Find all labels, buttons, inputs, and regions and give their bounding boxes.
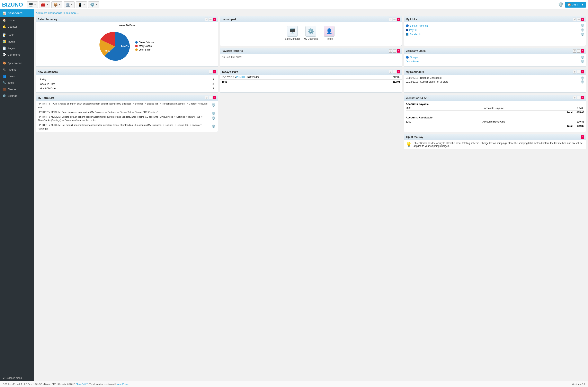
toolbar-btn-bank[interactable]: 🏛️▼ bbox=[64, 1, 75, 8]
reminders-minimize-btn[interactable]: — bbox=[577, 70, 580, 73]
pie-chart: 25% 62.5% bbox=[98, 30, 131, 63]
estore-trash-icon[interactable]: 🗑️ bbox=[581, 60, 584, 63]
reminders-refresh-btn[interactable]: ↺ bbox=[573, 70, 576, 73]
widget-header-new-customers: New Customers — ✕ bbox=[36, 69, 218, 75]
facebook-link[interactable]: 📘 Facebook bbox=[406, 33, 421, 36]
sidebar-item-pages[interactable]: 📄 Pages bbox=[0, 45, 34, 51]
company-links-close-btn[interactable]: ✕ bbox=[581, 49, 584, 53]
company-links-minimize-btn[interactable]: — bbox=[577, 49, 580, 53]
company-links-widget: Company Links ↺ — ✕ 🔵 Google 🗑️ bbox=[404, 48, 586, 67]
fav-reports-minimize-btn[interactable]: — bbox=[393, 49, 396, 53]
estore-label: Our e-Store bbox=[406, 60, 419, 63]
po-link[interactable]: PO5001 bbox=[236, 76, 245, 79]
main-layout: 📊 Dashboard 🏠 Home 🔔 Updates 📝 Posts 🖼️ … bbox=[0, 9, 588, 381]
sidebar-label-comments: Comments bbox=[8, 53, 21, 56]
phreesoft-link[interactable]: PhreeSoft™ bbox=[76, 383, 88, 385]
sidebar-item-settings[interactable]: ⚙️ Settings bbox=[0, 92, 34, 99]
sidebar-item-users[interactable]: 👥 Users bbox=[0, 73, 34, 79]
dashboard-icon: 📊 bbox=[2, 11, 6, 15]
pos-refresh-btn[interactable]: ↺ bbox=[389, 70, 392, 73]
collapse-menu-button[interactable]: ◀ Collapse menu bbox=[0, 375, 34, 381]
launchpad-close-btn[interactable]: ✕ bbox=[397, 18, 400, 21]
todo-close-btn[interactable]: ✕ bbox=[213, 96, 216, 100]
sidebar-item-comments[interactable]: 💬 Comments bbox=[0, 51, 34, 58]
bank-of-america-link[interactable]: 🔵 Bank of America bbox=[406, 24, 428, 27]
todo-trash-3[interactable]: 🗑️ bbox=[212, 116, 215, 120]
company-links-title: Company Links bbox=[406, 49, 573, 52]
sidebar-item-plugins[interactable]: 🔌 Plugins bbox=[0, 66, 34, 73]
toolbar-btn-toolbox[interactable]: 🧰▼ bbox=[39, 1, 50, 8]
new-customers-body: Today 3 Week To Date 3 Month To Date 3 bbox=[36, 75, 218, 92]
google-trash-icon[interactable]: 🗑️ bbox=[581, 56, 584, 59]
sidebar-item-posts[interactable]: 📝 Posts bbox=[0, 32, 34, 38]
sidebar-item-home[interactable]: 🏠 Home bbox=[0, 17, 34, 23]
sales-close-btn[interactable]: ✕ bbox=[213, 18, 216, 21]
my-links-close-btn[interactable]: ✕ bbox=[581, 18, 584, 21]
pages-icon: 📄 bbox=[2, 46, 6, 50]
todo-minimize-btn[interactable]: — bbox=[209, 96, 212, 100]
launchpad-item-my-business[interactable]: ⚙️ My Business bbox=[303, 26, 319, 40]
add-dashboards-link[interactable]: Add more dashboards to this menu.. bbox=[36, 11, 586, 15]
reminder-trash-2[interactable]: 🗑️ bbox=[581, 80, 584, 83]
link-item-bank-of-america: 🔵 Bank of America 🗑️ bbox=[406, 23, 584, 28]
paypal-link[interactable]: 🅿 PayPal bbox=[406, 29, 417, 32]
widget-header-my-reminders: My Reminders ↺ — ✕ bbox=[404, 69, 586, 75]
sales-refresh-btn[interactable]: ↺ bbox=[205, 18, 208, 21]
link-item-paypal: 🅿 PayPal 🗑️ bbox=[406, 28, 584, 32]
toolbar-btn-settings[interactable]: ⚙️▼ bbox=[88, 1, 99, 8]
launchpad-item-sale-manager[interactable]: 🖥️ Sale Manager bbox=[284, 26, 300, 40]
launchpad-refresh-btn[interactable]: ↺ bbox=[389, 18, 392, 21]
launchpad-minimize-btn[interactable]: — bbox=[393, 18, 396, 21]
google-link[interactable]: 🔵 Google bbox=[406, 56, 418, 59]
reminders-close-btn[interactable]: ✕ bbox=[581, 70, 584, 73]
sidebar-item-bizuno[interactable]: 💼 Bizuno bbox=[0, 86, 34, 92]
sidebar-item-updates[interactable]: 🔔 Updates bbox=[0, 23, 34, 30]
widget-header-todo: My ToDo List ↺ — ✕ bbox=[36, 95, 218, 101]
admin-button[interactable]: 🏠 Admin ▼ bbox=[565, 2, 586, 8]
pos-minimize-btn[interactable]: — bbox=[393, 70, 396, 73]
wordpress-link[interactable]: WordPress bbox=[117, 383, 128, 385]
paypal-trash-icon[interactable]: 🗑️ bbox=[581, 28, 584, 32]
ar-label: Accounts Receivable bbox=[483, 120, 505, 123]
todo-trash-1[interactable]: 🗑️ bbox=[212, 103, 215, 107]
widget-header-todays-pos: Today's PO's ↺ — ✕ bbox=[220, 69, 402, 75]
my-links-body: 🔵 Bank of America 🗑️ 🅿 PayPal 🗑️ bbox=[404, 22, 586, 38]
my-links-minimize-btn[interactable]: — bbox=[577, 18, 580, 21]
widget-controls-company-links: ↺ — ✕ bbox=[573, 49, 584, 53]
reminder-item-1: 01/01/2018 - Balance Checkbook 🗑️ bbox=[406, 76, 584, 80]
package-icon: 📦 bbox=[53, 2, 58, 7]
launchpad-item-profile[interactable]: 👤 Profile bbox=[321, 26, 337, 40]
todo-trash-4[interactable]: 🗑️ bbox=[212, 124, 215, 128]
todo-trash-2[interactable]: 🗑️ bbox=[212, 111, 215, 116]
sidebar-item-dashboard[interactable]: 📊 Dashboard bbox=[0, 9, 34, 17]
estore-link[interactable]: Our e-Store bbox=[406, 60, 419, 63]
customers-minimize-btn[interactable]: — bbox=[209, 70, 212, 73]
ar-ap-minimize-btn[interactable]: — bbox=[577, 96, 580, 100]
fav-reports-close-btn[interactable]: ✕ bbox=[397, 49, 400, 53]
widget-controls-my-links: ↺ — ✕ bbox=[573, 18, 584, 21]
fav-reports-refresh-btn[interactable]: ↺ bbox=[389, 49, 392, 53]
ar-ap-refresh-btn[interactable]: ↺ bbox=[573, 96, 576, 100]
toolbar-btn-mobile[interactable]: 📱▼ bbox=[76, 1, 87, 8]
tip-close-btn[interactable]: ✕ bbox=[581, 135, 584, 139]
reminder-trash-1[interactable]: 🗑️ bbox=[581, 77, 584, 80]
company-links-refresh-btn[interactable]: ↺ bbox=[573, 49, 576, 53]
sidebar-item-media[interactable]: 🖼️ Media bbox=[0, 38, 34, 45]
sidebar-item-tools[interactable]: 🔧 Tools bbox=[0, 79, 34, 86]
sales-minimize-btn[interactable]: — bbox=[209, 18, 212, 21]
todo-refresh-btn[interactable]: ↺ bbox=[205, 96, 208, 100]
ar-ap-close-btn[interactable]: ✕ bbox=[581, 96, 584, 100]
sidebar-label-posts: Posts bbox=[8, 34, 14, 37]
new-customers-widget: New Customers — ✕ Today 3 Week To Date bbox=[36, 69, 218, 93]
toolbar-btn-package[interactable]: 📦▼ bbox=[51, 1, 63, 8]
pos-close-btn[interactable]: ✕ bbox=[397, 70, 400, 73]
bank-trash-icon[interactable]: 🗑️ bbox=[581, 24, 584, 27]
customers-label-week: Week To Date bbox=[38, 82, 178, 86]
media-icon: 🖼️ bbox=[2, 40, 6, 43]
comments-icon: 💬 bbox=[2, 53, 6, 56]
toolbar-btn-screen[interactable]: 🖥️▼ bbox=[27, 1, 38, 8]
customers-close-btn[interactable]: ✕ bbox=[213, 70, 216, 73]
facebook-trash-icon[interactable]: 🗑️ bbox=[581, 33, 584, 36]
sidebar-item-appearance[interactable]: 🎨 Appearance bbox=[0, 60, 34, 66]
my-links-refresh-btn[interactable]: ↺ bbox=[573, 18, 576, 21]
